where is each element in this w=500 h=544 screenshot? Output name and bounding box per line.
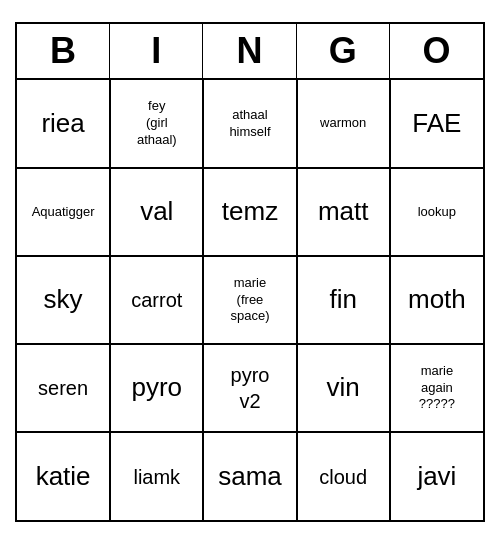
bingo-cell: lookup <box>390 168 483 256</box>
bingo-cell: javi <box>390 432 483 520</box>
header-letter: B <box>17 24 110 78</box>
bingo-cell: katie <box>17 432 110 520</box>
bingo-cell: pyro <box>110 344 203 432</box>
bingo-cell: val <box>110 168 203 256</box>
bingo-grid: rieafey(girlathaal)athaalhimselfwarmonFA… <box>17 80 483 520</box>
bingo-cell: sky <box>17 256 110 344</box>
bingo-cell: matt <box>297 168 390 256</box>
bingo-cell: FAE <box>390 80 483 168</box>
header-letter: O <box>390 24 483 78</box>
bingo-cell: liamk <box>110 432 203 520</box>
bingo-cell: pyrov2 <box>203 344 296 432</box>
bingo-cell: carrot <box>110 256 203 344</box>
bingo-header: BINGO <box>17 24 483 80</box>
bingo-cell: marieagain????? <box>390 344 483 432</box>
bingo-cell: Aquatigger <box>17 168 110 256</box>
header-letter: I <box>110 24 203 78</box>
header-letter: N <box>203 24 296 78</box>
bingo-cell: temz <box>203 168 296 256</box>
bingo-cell: vin <box>297 344 390 432</box>
bingo-cell: riea <box>17 80 110 168</box>
bingo-cell: sama <box>203 432 296 520</box>
header-letter: G <box>297 24 390 78</box>
bingo-cell: fin <box>297 256 390 344</box>
bingo-cell: warmon <box>297 80 390 168</box>
bingo-card: BINGO rieafey(girlathaal)athaalhimselfwa… <box>15 22 485 522</box>
bingo-cell: marie(freespace) <box>203 256 296 344</box>
bingo-cell: moth <box>390 256 483 344</box>
bingo-cell: cloud <box>297 432 390 520</box>
bingo-cell: fey(girlathaal) <box>110 80 203 168</box>
bingo-cell: athaalhimself <box>203 80 296 168</box>
bingo-cell: seren <box>17 344 110 432</box>
